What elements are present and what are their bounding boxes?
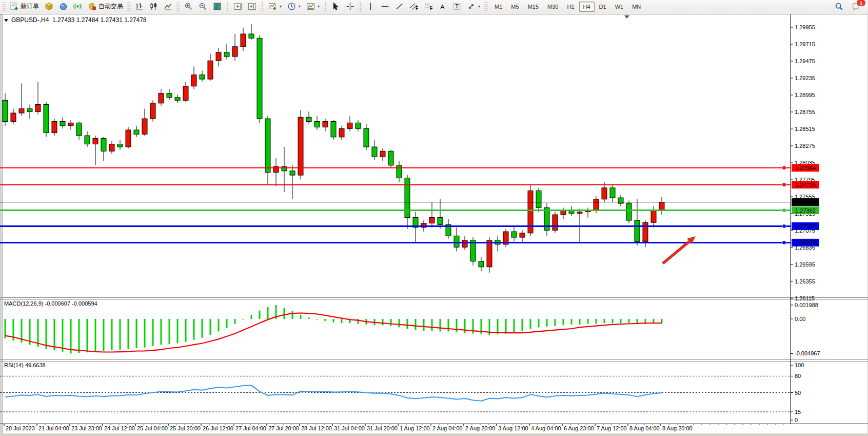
svg-text:1.29235: 1.29235 [795, 75, 815, 81]
tab-timeframe-w1[interactable]: W1 [611, 2, 628, 12]
tab-timeframe-d1[interactable]: D1 [595, 2, 610, 12]
toolbar-grip[interactable] [127, 2, 131, 11]
toolbar-grip[interactable] [2, 2, 6, 11]
toolbar-grip[interactable] [484, 2, 488, 11]
text-icon: A [438, 2, 447, 11]
svg-text:1.26595: 1.26595 [795, 261, 815, 268]
bar-chart-icon [135, 2, 144, 11]
tab-timeframe-m15[interactable]: M15 [524, 2, 543, 12]
signals-button[interactable] [71, 1, 85, 12]
notifications-button[interactable]: 1 [849, 1, 863, 12]
zoom-out-button[interactable] [196, 1, 210, 12]
toolbar-grip[interactable] [261, 2, 264, 11]
svg-text:31 Jul 04:00: 31 Jul 04:00 [334, 425, 365, 431]
vline-tool-button[interactable] [364, 1, 378, 12]
tile-windows-button[interactable] [210, 1, 224, 12]
toolbar-grip[interactable] [226, 2, 229, 11]
svg-text:1.27964: 1.27964 [795, 165, 816, 171]
svg-text:1.26115: 1.26115 [795, 295, 815, 301]
search-icon [835, 2, 843, 11]
template-icon [306, 2, 315, 11]
svg-text:8 Aug 04:00: 8 Aug 04:00 [629, 425, 660, 431]
chart-shift-icon [248, 2, 257, 11]
auto-trading-icon [88, 2, 96, 11]
zoom-in-button[interactable] [182, 1, 195, 12]
svg-text:7 Aug 12:00: 7 Aug 12:00 [597, 425, 627, 431]
tab-timeframe-mn[interactable]: MN [628, 2, 645, 12]
chart-ohlc-values: 1.27433 1.27484 1.27431 1.27478 [52, 16, 147, 24]
cursor-tool-button[interactable] [329, 1, 343, 12]
fibonacci-icon: F [424, 2, 432, 11]
new-order-label: 新订单 [21, 2, 39, 11]
chart-shift-button[interactable] [245, 1, 259, 12]
bar-chart-mode-button[interactable] [132, 1, 146, 12]
svg-text:25 Jul 04:00: 25 Jul 04:00 [137, 425, 168, 431]
svg-text:8 Aug 20:00: 8 Aug 20:00 [662, 425, 693, 431]
chart-symbol-label: GBPUSD-,H4 [11, 16, 49, 24]
crosshair-tool-button[interactable] [343, 1, 357, 12]
trendline-icon [395, 2, 404, 11]
svg-text:3 Aug 12:00: 3 Aug 12:00 [498, 425, 528, 431]
shapes-tool-button[interactable]: ▾ [464, 1, 483, 12]
svg-text:1.29955: 1.29955 [795, 24, 815, 30]
fibonacci-tool-button[interactable]: F [421, 1, 435, 12]
auto-scroll-button[interactable] [231, 1, 245, 12]
chart-window[interactable]: 1.299551.297151.294751.292351.289951.287… [0, 13, 868, 436]
blue-orb-icon [59, 2, 68, 11]
channel-tool-button[interactable]: E [407, 1, 421, 12]
line-chart-icon [164, 2, 172, 11]
svg-text:27 Jul 20:00: 27 Jul 20:00 [268, 425, 299, 431]
tab-timeframe-h4[interactable]: H4 [579, 2, 595, 12]
signal-icon [73, 2, 82, 11]
svg-text:25 Jul 20:00: 25 Jul 20:00 [170, 425, 201, 431]
svg-text:26 Jul 12:00: 26 Jul 12:00 [203, 425, 233, 431]
svg-text:1.26905: 1.26905 [795, 239, 816, 245]
toolbar-grip[interactable] [359, 2, 362, 11]
chart-collapse-icon[interactable] [4, 19, 8, 22]
periods-button[interactable]: ▾ [285, 1, 303, 12]
svg-text:1 Aug 12:00: 1 Aug 12:00 [400, 425, 430, 431]
svg-text:24 Jul 12:00: 24 Jul 12:00 [104, 425, 135, 431]
templates-button[interactable]: ▾ [304, 1, 322, 12]
search-button[interactable] [832, 1, 846, 12]
clock-icon [287, 2, 296, 11]
line-chart-mode-button[interactable] [161, 1, 175, 12]
indicators-caret: ▾ [280, 4, 282, 9]
svg-text:100: 100 [795, 362, 804, 368]
tab-timeframe-m5[interactable]: M5 [507, 2, 523, 12]
label-tool-button[interactable]: T [450, 1, 464, 12]
market-depth-button[interactable] [42, 1, 56, 12]
svg-text:2 Aug 20:00: 2 Aug 20:00 [465, 425, 496, 431]
hline-tool-button[interactable] [378, 1, 392, 12]
svg-text:21 Jul 04:00: 21 Jul 04:00 [38, 425, 69, 431]
toolbar-grip[interactable] [324, 2, 327, 11]
chart-canvas[interactable]: 1.299551.297151.294751.292351.289951.287… [0, 13, 868, 436]
chart-title: GBPUSD-,H4 1.27433 1.27484 1.27431 1.274… [4, 16, 147, 24]
svg-text:0: 0 [795, 417, 798, 423]
candlestick-mode-button[interactable] [147, 1, 161, 12]
tab-timeframe-m1[interactable]: M1 [490, 2, 506, 12]
tile-windows-icon [213, 2, 222, 11]
svg-text:F: F [430, 5, 432, 11]
svg-text:1.27362: 1.27362 [795, 207, 816, 214]
equidistant-channel-icon: E [409, 2, 418, 11]
text-tool-button[interactable]: A [436, 1, 449, 12]
auto-trading-label: 自动交易 [98, 2, 123, 11]
svg-text:20 Jul 2023: 20 Jul 2023 [6, 425, 35, 431]
trendline-tool-button[interactable] [392, 1, 406, 12]
toolbar-grip[interactable] [176, 2, 180, 11]
svg-text:23 Jul 23:00: 23 Jul 23:00 [71, 425, 102, 431]
tab-timeframe-m30[interactable]: M30 [543, 2, 562, 12]
svg-text:0.001988: 0.001988 [795, 302, 818, 308]
indicators-icon [268, 2, 277, 11]
community-button[interactable] [56, 1, 70, 12]
svg-text:15: 15 [795, 409, 801, 415]
svg-text:1.28755: 1.28755 [795, 109, 815, 115]
periods-caret: ▾ [299, 4, 301, 9]
tab-timeframe-h1[interactable]: H1 [563, 2, 578, 12]
indicators-button[interactable]: ▾ [266, 1, 284, 12]
auto-trading-button[interactable]: 自动交易 [85, 1, 126, 12]
svg-text:1.27137: 1.27137 [795, 223, 816, 229]
svg-text:E: E [416, 5, 418, 11]
new-order-button[interactable]: 新订单 [7, 1, 42, 12]
